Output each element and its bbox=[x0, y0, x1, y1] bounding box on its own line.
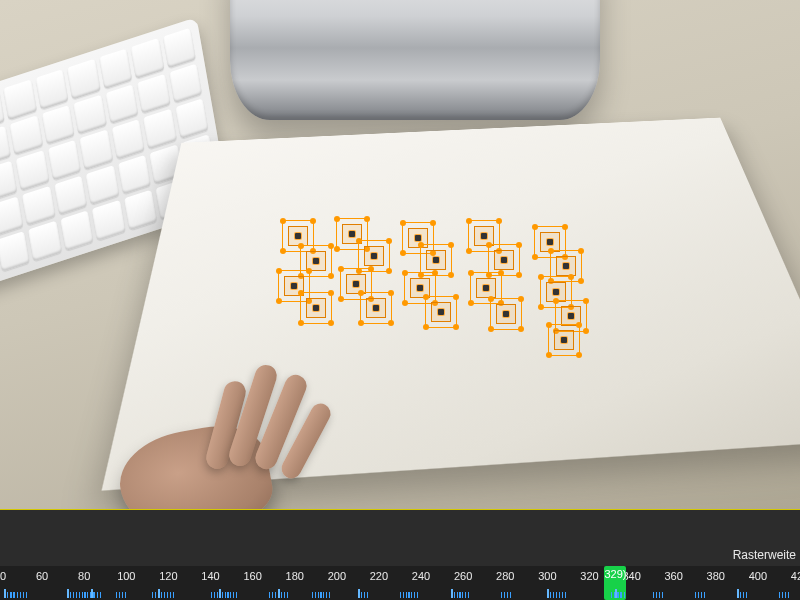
motion-tracker[interactable] bbox=[300, 292, 332, 324]
motion-tracker[interactable] bbox=[360, 292, 392, 324]
keyframe-mark[interactable] bbox=[326, 592, 327, 598]
keyframe-mark[interactable] bbox=[79, 592, 80, 598]
keyframe-mark[interactable] bbox=[788, 592, 789, 598]
keyframe-mark[interactable] bbox=[225, 592, 226, 598]
keyframe-mark[interactable] bbox=[100, 592, 101, 598]
keyframe-mark[interactable] bbox=[504, 592, 505, 598]
timeline-tick[interactable]: 360 bbox=[664, 568, 684, 582]
keyframe-mark[interactable] bbox=[272, 592, 273, 598]
keyframe-mark[interactable] bbox=[457, 592, 458, 598]
keyframe-mark[interactable] bbox=[510, 592, 511, 598]
keyframe-mark[interactable] bbox=[320, 592, 321, 598]
timeline-tick[interactable]: 180 bbox=[285, 568, 305, 582]
keyframe-mark[interactable] bbox=[20, 592, 21, 598]
keyframe-mark[interactable] bbox=[559, 592, 560, 598]
keyframe-mark[interactable] bbox=[656, 592, 657, 598]
keyframe-mark[interactable] bbox=[97, 592, 98, 598]
timeline-tick[interactable]: 40 bbox=[0, 568, 10, 582]
keyframe-mark[interactable] bbox=[743, 592, 744, 598]
keyframe-mark[interactable] bbox=[411, 592, 412, 598]
keyframe-mark[interactable] bbox=[7, 592, 8, 598]
keyframe-mark[interactable] bbox=[367, 592, 368, 598]
keyframe-mark[interactable] bbox=[73, 592, 74, 598]
keyframe-mark[interactable] bbox=[547, 589, 549, 598]
keyframe-mark[interactable] bbox=[17, 592, 18, 598]
keyframe-mark[interactable] bbox=[269, 592, 270, 598]
timeline-tick[interactable]: 220 bbox=[369, 568, 389, 582]
keyframe-mark[interactable] bbox=[618, 592, 619, 598]
keyframe-mark[interactable] bbox=[227, 592, 228, 598]
keyframe-mark[interactable] bbox=[454, 592, 455, 598]
keyframe-mark[interactable] bbox=[230, 592, 231, 598]
timeline-tick[interactable]: 380 bbox=[706, 568, 726, 582]
timeline-tick[interactable]: 260 bbox=[453, 568, 473, 582]
timeline-tick[interactable]: 420 bbox=[790, 568, 800, 582]
keyframe-mark[interactable] bbox=[173, 592, 174, 598]
keyframe-mark[interactable] bbox=[403, 592, 404, 598]
keyframe-mark[interactable] bbox=[556, 592, 557, 598]
keyframe-mark[interactable] bbox=[565, 592, 566, 598]
keyframe-mark[interactable] bbox=[318, 592, 319, 598]
keyframe-mark[interactable] bbox=[659, 592, 660, 598]
keyframe-mark[interactable] bbox=[361, 592, 362, 598]
keyframe-mark[interactable] bbox=[211, 592, 212, 598]
timeline-tick[interactable]: 60 bbox=[32, 568, 52, 582]
keyframe-mark[interactable] bbox=[214, 592, 215, 598]
keyframe-mark[interactable] bbox=[236, 592, 237, 598]
keyframe-mark[interactable] bbox=[233, 592, 234, 598]
keyframe-mark[interactable] bbox=[94, 592, 95, 598]
keyframe-mark[interactable] bbox=[152, 592, 153, 598]
keyframe-mark[interactable] bbox=[91, 589, 93, 598]
timeline-ruler[interactable]: 4060801001201401601802002202402602803003… bbox=[0, 568, 800, 584]
keyframe-mark[interactable] bbox=[451, 589, 453, 598]
keyframe-mark[interactable] bbox=[281, 592, 282, 598]
video-preview[interactable] bbox=[0, 0, 800, 510]
keyframe-mark[interactable] bbox=[785, 592, 786, 598]
keyframe-mark[interactable] bbox=[465, 592, 466, 598]
keyframe-mark[interactable] bbox=[125, 592, 126, 598]
keyframe-mark[interactable] bbox=[662, 592, 663, 598]
timeline-tick[interactable]: 300 bbox=[537, 568, 557, 582]
timeline[interactable]: 4060801001201401601802002202402602803003… bbox=[0, 566, 800, 600]
keyframe-mark[interactable] bbox=[459, 592, 460, 598]
keyframe-mark[interactable] bbox=[284, 592, 285, 598]
keyframe-mark[interactable] bbox=[158, 589, 160, 598]
keyframe-mark[interactable] bbox=[167, 592, 168, 598]
keyframe-mark[interactable] bbox=[406, 592, 407, 598]
keyframe-mark[interactable] bbox=[14, 592, 15, 598]
keyframe-mark[interactable] bbox=[222, 592, 223, 598]
timeline-tick[interactable]: 100 bbox=[116, 568, 136, 582]
motion-tracker[interactable] bbox=[490, 298, 522, 330]
keyframe-mark[interactable] bbox=[701, 592, 702, 598]
keyframe-mark[interactable] bbox=[358, 589, 360, 598]
keyframe-mark[interactable] bbox=[217, 592, 218, 598]
keyframe-mark[interactable] bbox=[624, 592, 625, 598]
keyframe-mark[interactable] bbox=[119, 592, 120, 598]
keyframe-mark[interactable] bbox=[782, 592, 783, 598]
keyframe-mark[interactable] bbox=[414, 592, 415, 598]
keyframe-mark[interactable] bbox=[746, 592, 747, 598]
keyframe-mark[interactable] bbox=[315, 592, 316, 598]
keyframe-mark[interactable] bbox=[23, 592, 24, 598]
keyframe-mark[interactable] bbox=[155, 592, 156, 598]
motion-tracker[interactable] bbox=[548, 324, 580, 356]
keyframe-mark[interactable] bbox=[4, 589, 6, 598]
keyframe-mark[interactable] bbox=[116, 592, 117, 598]
keyframe-mark[interactable] bbox=[82, 592, 83, 598]
keyframe-mark[interactable] bbox=[653, 592, 654, 598]
keyframe-mark[interactable] bbox=[70, 592, 71, 598]
keyframe-mark[interactable] bbox=[779, 592, 780, 598]
keyframe-mark[interactable] bbox=[275, 592, 276, 598]
timeline-tick[interactable]: 320 bbox=[579, 568, 599, 582]
keyframe-mark[interactable] bbox=[219, 589, 221, 598]
keyframe-mark[interactable] bbox=[695, 592, 696, 598]
keyframe-mark[interactable] bbox=[550, 592, 551, 598]
keyframe-mark[interactable] bbox=[704, 592, 705, 598]
keyframe-mark[interactable] bbox=[740, 592, 741, 598]
keyframe-mark[interactable] bbox=[621, 592, 622, 598]
keyframe-mark[interactable] bbox=[26, 592, 27, 598]
keyframe-mark[interactable] bbox=[501, 592, 502, 598]
timeline-tick[interactable]: 400 bbox=[748, 568, 768, 582]
keyframe-mark[interactable] bbox=[170, 592, 171, 598]
keyframe-mark[interactable] bbox=[161, 592, 162, 598]
